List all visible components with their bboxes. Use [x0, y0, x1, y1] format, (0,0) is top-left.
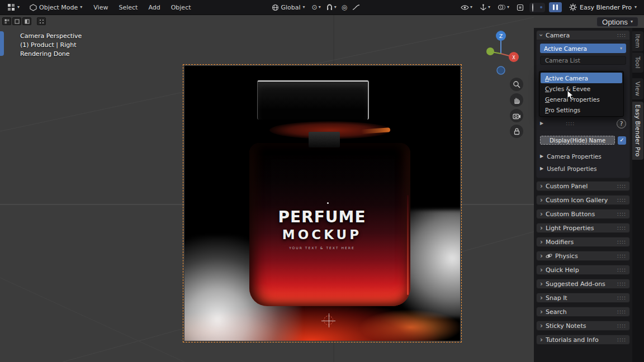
lock-view-button[interactable] [510, 125, 523, 138]
gizmos-toggle[interactable]: ▾ [478, 3, 492, 12]
chevron-right-icon: › [540, 294, 543, 301]
panel-tutorials-info[interactable]: › Tutorials and Info :::: [536, 335, 630, 345]
hud-icon-button-2[interactable] [12, 17, 21, 25]
help-button[interactable]: ? [617, 119, 626, 128]
camera-list-field[interactable]: Camera List [540, 56, 626, 65]
drag-grip-icon[interactable]: :::: [617, 268, 626, 273]
useful-properties-row[interactable]: ▶ Useful Properties [540, 164, 626, 173]
xray-icon [517, 4, 524, 11]
tab-easy-blender-pro[interactable]: Easy Blender Pro [632, 102, 643, 160]
menu-object[interactable]: Object [167, 2, 196, 13]
shading-rendered-button[interactable] [540, 6, 542, 8]
chevron-down-icon: ▾ [319, 5, 321, 9]
tab-tool[interactable]: Tool [632, 53, 643, 73]
chevron-down-icon: ▾ [80, 5, 82, 9]
chevron-right-icon: › [540, 308, 543, 315]
menu-view[interactable]: View [89, 2, 112, 13]
panel-custom-icon-gallery[interactable]: › Custom Icon Gallery :::: [536, 195, 630, 205]
chevron-right-icon: › [540, 211, 543, 217]
xray-toggle[interactable] [515, 3, 525, 12]
display-name-checkbox[interactable]: ✓ [618, 136, 626, 145]
drag-grip-icon[interactable]: :::: [617, 323, 626, 328]
chevron-right-icon: › [540, 266, 543, 273]
editor-type-button[interactable]: ▾ [4, 2, 23, 13]
display-hide-name-button[interactable]: Display(Hide) Name [540, 136, 615, 145]
panel-label: Modifiers [546, 239, 614, 246]
drag-grip-icon[interactable]: :::: [617, 226, 626, 231]
blender-window: ▾ Object Mode ▾ View Select Add Object [0, 0, 644, 362]
proportional-editing-button[interactable]: ◎ [340, 3, 349, 12]
hud-icon-button-1[interactable] [2, 17, 11, 25]
drag-grip-icon[interactable]: :::: [617, 33, 626, 38]
proportional-icon: ◎ [342, 4, 347, 11]
panel-camera-header[interactable]: › Camera :::: [536, 30, 630, 40]
drag-grip-icon[interactable]: :::: [617, 282, 626, 287]
camera-view-button[interactable] [510, 109, 523, 122]
globe-icon [272, 4, 279, 11]
panel-label: Quick Help [546, 266, 614, 274]
drag-grip-icon[interactable]: :::: [617, 254, 626, 259]
active-camera-dropdown[interactable]: Active Camera ▾ [540, 44, 626, 53]
menu-item-active-camera[interactable]: Active Camera [541, 73, 622, 83]
tab-view[interactable]: View [632, 78, 643, 99]
zoom-button[interactable] [510, 78, 523, 91]
pause-icon [553, 4, 555, 10]
snap-button[interactable]: ▾ [324, 3, 338, 12]
panel-sticky-notes[interactable]: › Sticky Notets :::: [536, 321, 630, 331]
object-origin-dot [327, 202, 329, 204]
chevron-down-icon: ▾ [470, 5, 472, 9]
shading-wireframe-button[interactable] [532, 4, 533, 11]
panel-custom-panel[interactable]: › Custom Panel :::: [536, 181, 630, 191]
addon-dropdown[interactable]: Easy Blender Pro ▾ [566, 2, 640, 13]
drag-grip-icon[interactable]: :::: [617, 240, 626, 245]
mode-dropdown[interactable]: Object Mode ▾ [26, 2, 86, 13]
transform-tools: Global ▾ ⊙ ▾ ▾ ◎ [268, 2, 362, 13]
neg-z-axis-ball[interactable] [497, 66, 505, 74]
falloff-button[interactable] [351, 3, 362, 12]
hud-icon-button-3[interactable] [22, 17, 31, 25]
y-axis-ball[interactable] [486, 47, 494, 55]
tiles-icon [4, 19, 10, 24]
options-button[interactable]: Options ▾ [596, 17, 638, 27]
bottle-label: PERFUME MOCKUP YOUR TEXT & TEXT HERE [249, 208, 395, 250]
panel-suggested-addons[interactable]: › Suggested Add-ons :::: [536, 279, 630, 289]
pause-render-button[interactable] [549, 2, 562, 12]
orientation-dropdown[interactable]: Global ▾ [268, 2, 309, 13]
overlays-icon [498, 4, 506, 11]
menu-select[interactable]: Select [114, 2, 142, 13]
panel-camera-body: Active Camera ▾ Camera List ▶ :::: ? Dis… [536, 40, 630, 178]
menu-item-cycles-eevee[interactable]: Cycles & Eevee [541, 83, 622, 94]
camera-view-frame[interactable]: PERFUME MOCKUP YOUR TEXT & TEXT HERE [184, 66, 460, 341]
hud-icon-button-4[interactable] [37, 17, 46, 25]
panel-label: Snap It [546, 294, 614, 302]
toolbar-tab-handle[interactable] [0, 31, 4, 56]
drag-grip-icon[interactable]: :::: [617, 337, 626, 342]
pan-button[interactable] [510, 93, 523, 107]
camera-properties-row[interactable]: ▶ Camera Properties [540, 152, 626, 161]
pivot-point-button[interactable]: ⊙ ▾ [310, 3, 323, 12]
drag-grip-icon[interactable]: :::: [617, 296, 626, 301]
panel-modifiers[interactable]: › Modifiers :::: [536, 237, 630, 247]
menu-item-general-properties[interactable]: General Properties [541, 94, 622, 104]
drag-grip-icon[interactable]: :::: [566, 121, 575, 126]
display-name-row: Display(Hide) Name ✓ [540, 136, 626, 145]
tab-item[interactable]: Item [632, 31, 643, 51]
viewport-nav-tools [510, 78, 523, 138]
drag-grip-icon[interactable]: :::: [617, 309, 626, 315]
panel-quick-help[interactable]: › Quick Help :::: [536, 265, 630, 275]
arrow-right-icon[interactable]: ▶ [540, 121, 543, 126]
drag-grip-icon[interactable]: :::: [617, 198, 626, 203]
drag-grip-icon[interactable]: :::: [617, 184, 626, 189]
menu-add[interactable]: Add [144, 2, 164, 13]
overlays-toggle[interactable]: ▾ [496, 3, 511, 12]
visibility-dropdown[interactable]: ▾ [459, 3, 474, 12]
menu-item-pro-settings[interactable]: Pro Settings [541, 104, 622, 115]
panel-search[interactable]: › Search :::: [536, 307, 630, 317]
panel-custom-buttons[interactable]: › Custom Buttons :::: [536, 209, 630, 219]
drag-grip-icon[interactable]: :::: [617, 212, 626, 217]
panel-snap-it[interactable]: › Snap It :::: [536, 293, 630, 303]
panel-light-properties[interactable]: › Light Properties :::: [536, 223, 630, 233]
chevron-right-icon: › [540, 225, 543, 231]
panel-physics[interactable]: › Physics :::: [536, 251, 630, 261]
navigation-gizmo[interactable]: Z X [481, 28, 523, 78]
